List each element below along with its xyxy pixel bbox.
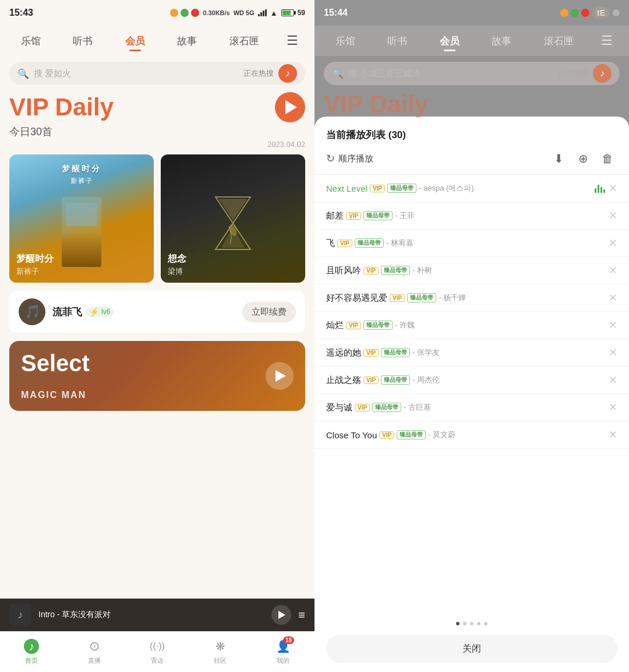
download-button[interactable]: ⬇ [549,149,568,168]
user-avatar: 🎵 [19,298,45,325]
playlist-item-7[interactable]: 遥远的她 VIP 臻品母带 - 张学友 ✕ [314,339,629,367]
now-playing-thumb: ♪ [9,604,31,626]
subscription-banner: 🎵 流菲飞 ⚡ lv6 立即续费 [9,291,305,333]
tab-live-label: 直播 [88,656,101,665]
tab-radar-icon: ((·)) [150,639,165,654]
network-speed: 0.30KB/s [203,9,229,16]
song-info-4: 且听风吟 VIP 臻品母带 - 朴树 [326,265,605,276]
vip-tag-4: VIP [363,267,379,275]
right-nav-gunshi[interactable]: 滚石匣 [539,32,578,50]
now-playing-play-button[interactable] [271,605,291,625]
remove-song-9[interactable]: ✕ [609,401,617,414]
remove-song-6[interactable]: ✕ [609,319,617,332]
premium-tag-4: 臻品母带 [381,266,410,275]
tab-mine-badge: 18 [283,636,294,644]
right-vip-title: VIP Daily [324,92,620,117]
vip-tag-3: VIP [337,240,352,247]
search-text: 搜 爱如火 [34,68,239,79]
remove-song-1[interactable]: ✕ [609,182,617,195]
song-info-10: Close To You VIP 臻品母带 - 莫文蔚 [326,430,605,440]
nav-item-yueguan[interactable]: 乐馆 [16,32,45,50]
remove-song-10[interactable]: ✕ [609,428,617,441]
remove-song-7[interactable]: ✕ [609,346,617,359]
music-search-icon[interactable]: ♪ [278,64,297,83]
right-nav-gushi[interactable]: 故事 [487,32,516,50]
remove-song-5[interactable]: ✕ [609,291,617,304]
right-search-bar[interactable]: 🔍 搜 小城三月三戚琦 正在热搜 ♪ [324,62,620,85]
playlist-item-10[interactable]: Close To You VIP 臻品母带 - 莫文蔚 ✕ [314,421,629,449]
playlist-item-8[interactable]: 止战之殇 VIP 臻品母带 - 周杰伦 ✕ [314,367,629,394]
tab-radar-label: 雷达 [151,656,164,665]
signal-bars [258,9,267,16]
right-status-icons: tE [560,7,620,19]
song-artist-6: - 许魏 [395,320,415,330]
remove-song-4[interactable]: ✕ [609,264,617,277]
tab-home[interactable]: ♪ 首页 [24,639,39,665]
playlist-item-3[interactable]: 飞 VIP 臻品母带 - 林宥嘉 ✕ [314,230,629,257]
page-dots [314,614,629,631]
right-nav-menu-icon[interactable]: ☰ [601,33,613,48]
song-info-9: 爱与诚 VIP 臻品母带 - 古巨基 [326,402,605,413]
sub-badge: ⚡ lv6 [86,307,114,317]
song-info-5: 好不容易遇见爱 VIP 臻品母带 - 杨千嬅 [326,293,605,304]
tab-mine[interactable]: 👤 我的 18 [275,639,291,665]
song-name-7: 遥远的她 [326,347,361,358]
playlist-item-9[interactable]: 爱与诚 VIP 臻品母带 - 古巨基 ✕ [314,394,629,421]
album-card-2[interactable]: 想念 梁博 [161,154,305,283]
nav-item-gushi[interactable]: 故事 [172,32,202,50]
now-playing-list-button[interactable]: ≡ [298,608,305,622]
renew-button[interactable]: 立即续费 [242,302,296,322]
nav-item-gunshi[interactable]: 滚石匣 [225,32,264,50]
remove-song-2[interactable]: ✕ [609,209,617,222]
playlist-title: 当前播放列表 (30) [326,128,617,142]
nav-menu-icon[interactable]: ☰ [287,33,298,48]
vip-play-button[interactable] [275,92,305,122]
page-dot-4 [477,622,480,625]
playlist-item-2[interactable]: 邮差 VIP 臻品母带 - 王菲 ✕ [314,202,629,230]
left-search-bar[interactable]: 🔍 搜 爱如火 正在热搜 ♪ [9,62,305,85]
tab-mine-label: 我的 [277,656,289,665]
album-card-1[interactable]: 梦醒时分 新裤子 梦醒时分 新裤子 [9,154,154,283]
right-nav-tingshu[interactable]: 听书 [383,32,412,50]
playlist-item-6[interactable]: 灿烂 VIP 臻品母带 - 许魏 ✕ [314,312,629,339]
left-panel: 15:43 0.30KB/s WD 5G ▲ 59 乐馆 听书 [0,0,314,672]
vip-tag-9: VIP [355,404,370,411]
tab-live-icon: ⊙ [87,639,102,654]
song-artist-9: - 古巨基 [404,402,431,413]
delete-button[interactable]: 🗑 [598,149,617,168]
remove-song-8[interactable]: ✕ [609,374,617,386]
page-dot-1 [456,622,460,625]
right-status-dot-1 [560,9,568,17]
right-panel: 15:44 tE 乐馆 听书 会员 故事 滚石匣 ☰ 🔍 搜 小城三月三戚琦 正… [314,0,629,672]
select-banner[interactable]: Select MAGIC MAN [9,341,305,411]
tab-community[interactable]: ❋ 社区 [213,639,228,665]
playlist-item-5[interactable]: 好不容易遇见爱 VIP 臻品母带 - 杨千嬅 ✕ [314,284,629,312]
right-nav-yueguan[interactable]: 乐馆 [331,32,360,50]
vip-tag-8: VIP [363,377,379,384]
right-nav-huiyuan[interactable]: 会员 [435,32,464,50]
premium-tag-3: 臻品母带 [355,238,384,248]
playlist-item-1[interactable]: Next Level VIP 臻品母带 - aespa (에스파) ✕ [314,175,629,202]
nav-item-tingshu[interactable]: 听书 [68,32,97,50]
right-search-text: 搜 小城三月三戚琦 [348,68,553,79]
playlist-item-4[interactable]: 且听风吟 VIP 臻品母带 - 朴树 ✕ [314,257,629,284]
song-artist-7: - 张学友 [412,347,440,358]
album-artist-1: 新裤子 [16,266,54,277]
premium-tag-10: 臻品母带 [397,430,426,439]
page-dot-3 [470,622,473,625]
select-play-button[interactable] [266,362,294,390]
close-playlist-button[interactable]: 关闭 [326,635,617,663]
premium-tag-6: 臻品母带 [363,321,393,330]
remove-song-3[interactable]: ✕ [609,237,617,249]
right-music-search-icon[interactable]: ♪ [593,64,612,83]
repeat-button[interactable]: ↻ 顺序播放 [326,152,544,165]
right-status-dot-3 [581,9,589,17]
tab-radar[interactable]: ((·)) 雷达 [150,639,165,665]
add-button[interactable]: ⊕ [573,149,593,168]
tab-live[interactable]: ⊙ 直播 [87,639,102,665]
status-dot-2 [181,9,189,17]
playlist-count: (30) [388,129,406,140]
right-profile-indicator: tE [592,7,610,19]
nav-item-huiyuan[interactable]: 会员 [121,32,150,50]
vip-tag-7: VIP [363,349,379,357]
